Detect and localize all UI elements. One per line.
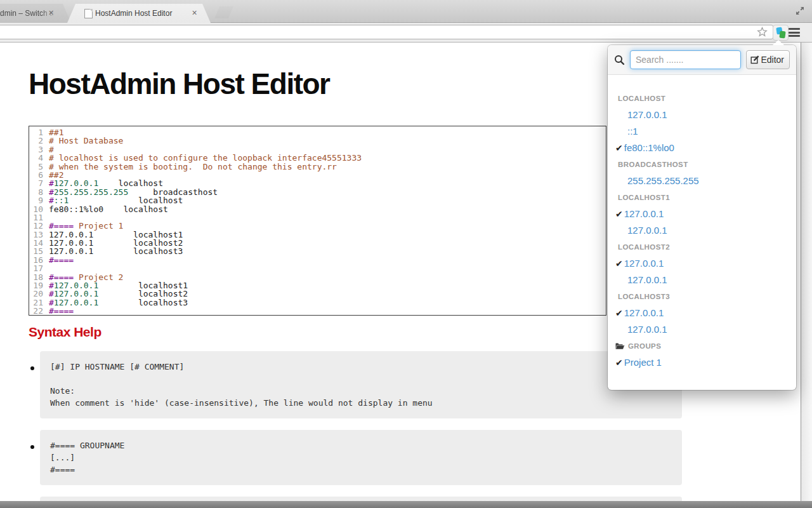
editor-line: 7#127.0.0.1 localhost [29, 179, 606, 187]
vertical-scrollbar-track[interactable] [801, 43, 812, 508]
fullscreen-expand-icon[interactable] [794, 5, 806, 17]
line-number: 8 [29, 188, 49, 196]
editor-line: 20#127.0.0.1 localhost2 [29, 290, 606, 298]
host-entry[interactable]: ✔fe80::1%lo0 [608, 140, 796, 156]
editor-button[interactable]: Editor [746, 50, 790, 69]
editor-line: 2# Host Database [29, 137, 606, 145]
host-entry-label: 127.0.0.1 [624, 307, 664, 318]
host-entry-label: 127.0.0.1 [624, 208, 664, 219]
section-header-broadcasthost: BROADCASTHOST [608, 156, 796, 173]
section-header-localhost: LOCALHOST [608, 90, 796, 107]
syntax-help-box: #==== GROUPNAME [...] #==== [40, 430, 682, 485]
editor-line: 10fe80::1%lo0 localhost [29, 205, 606, 213]
editor-line: 6##2 [29, 171, 606, 179]
line-content: fe80::1%lo0 localhost [49, 204, 168, 214]
line-number: 15 [29, 247, 49, 255]
editor-line: 16#==== [29, 256, 606, 264]
address-bar[interactable] [0, 25, 773, 39]
editor-line: 8#255.255.255.255 broadcasthost [29, 188, 606, 196]
line-number: 5 [29, 163, 49, 171]
host-entry-label: 127.0.0.1 [624, 258, 664, 269]
tab-title: HostAdmin Host Editor [95, 9, 194, 18]
folder-icon [615, 342, 625, 350]
editor-lines: 1##12# Host Database3#4# localhost is us… [29, 128, 606, 316]
editor-button-label: Editor [761, 55, 784, 65]
line-number: 12 [29, 222, 49, 230]
line-number: 4 [29, 154, 49, 162]
section-header-label: LOCALHOST2 [618, 239, 670, 255]
editor-line: 14127.0.0.1 localhost2 [29, 239, 606, 247]
editor-line: 11 [29, 213, 606, 222]
editor-line: 5# when the system is booting. Do not ch… [29, 163, 606, 171]
section-header-localhost2: LOCALHOST2 [608, 239, 796, 255]
editor-line: 18#==== Project 2 [29, 273, 606, 281]
line-content: # when the system is booting. Do not cha… [49, 162, 337, 171]
hostadmin-extension-button[interactable] [773, 25, 789, 41]
document-icon [84, 9, 93, 18]
line-content: #==== [49, 255, 74, 265]
host-entry-label: 255.255.255.255 [627, 175, 699, 186]
line-number: 18 [29, 273, 49, 281]
host-entry[interactable]: 255.255.255.255 [608, 173, 796, 189]
tab-hostadmin-host-editor[interactable]: HostAdmin Host Editor × [67, 4, 211, 23]
syntax-help-heading: Syntax Help [29, 324, 102, 340]
syntax-help-item: [#] IP HOSTNAME [# COMMENT] Note: When c… [40, 351, 682, 418]
check-icon: ✔ [615, 143, 623, 153]
section-header-localhost3: LOCALHOST3 [608, 288, 796, 305]
section-header-label: GROUPS [628, 338, 661, 354]
editor-line: 19#127.0.0.1 localhost1 [29, 281, 606, 290]
host-entry[interactable]: 127.0.0.1 [608, 222, 796, 239]
line-number: 16 [29, 256, 49, 264]
host-entry[interactable]: ✔127.0.0.1 [608, 206, 796, 222]
section-header-label: BROADCASTHOST [618, 156, 688, 173]
host-entry[interactable]: 127.0.0.1 [608, 107, 796, 123]
line-number: 10 [29, 205, 49, 213]
host-entry-label: 127.0.0.1 [627, 109, 667, 120]
host-entry[interactable]: 127.0.0.1 [608, 272, 796, 288]
editor-line: 17 [29, 264, 606, 272]
edit-icon [750, 55, 759, 64]
host-entry[interactable]: ::1 [608, 123, 796, 140]
browser-toolbar [0, 23, 812, 43]
section-header-label: LOCALHOST1 [618, 189, 670, 206]
close-icon[interactable]: × [46, 8, 56, 18]
host-entry-label: Project 2 [627, 373, 665, 375]
line-number: 7 [29, 179, 49, 187]
hosts-file-editor[interactable]: 1##12# Host Database3#4# localhost is us… [29, 126, 606, 316]
search-icon [614, 55, 625, 65]
syntax-help-list: [#] IP HOSTNAME [# COMMENT] Note: When c… [29, 351, 682, 508]
line-number: 2 [29, 137, 49, 145]
search-input[interactable] [630, 50, 741, 69]
line-number: 13 [29, 231, 49, 239]
page-title: HostAdmin Host Editor [29, 67, 329, 101]
check-icon: ✔ [615, 308, 623, 318]
host-entry[interactable]: ✔127.0.0.1 [608, 255, 796, 272]
host-entry[interactable]: Project 2 [608, 371, 796, 375]
editor-line: 15127.0.0.1 localhost3 [29, 247, 606, 255]
bookmark-star-icon[interactable] [757, 27, 768, 37]
new-tab-button[interactable] [214, 6, 233, 18]
popup-header: Editor [608, 45, 796, 75]
line-number: 11 [29, 213, 49, 222]
line-content: #==== [49, 306, 74, 316]
syntax-help-box: [#] IP HOSTNAME [# COMMENT] Note: When c… [40, 351, 682, 418]
line-number: 21 [29, 298, 49, 307]
tab-hostadmin-switch-domain[interactable]: dmin – Switch don × [0, 4, 71, 23]
hamburger-menu-icon[interactable] [789, 27, 800, 38]
line-content: # Host Database [49, 136, 123, 145]
line-number: 6 [29, 171, 49, 179]
host-entry-label: Project 1 [624, 357, 662, 368]
section-header-label: LOCALHOST [618, 90, 665, 107]
editor-line: 4# localhost is used to configure the lo… [29, 154, 606, 162]
editor-line: 12#==== Project 1 [29, 222, 606, 230]
host-entry[interactable]: 127.0.0.1 [608, 321, 796, 338]
editor-line: 22#==== [29, 307, 606, 315]
browser-window: dmin – Switch don × HostAdmin Host Edito… [0, 0, 812, 508]
close-icon[interactable]: × [190, 8, 199, 18]
host-entry[interactable]: ✔127.0.0.1 [608, 305, 796, 321]
popup-anchor-arrow [773, 40, 784, 45]
host-entry-label: 127.0.0.1 [627, 274, 667, 285]
host-entry[interactable]: ✔Project 1 [608, 354, 796, 371]
line-number: 19 [29, 281, 49, 290]
host-entry-label: fe80::1%lo0 [624, 142, 674, 153]
